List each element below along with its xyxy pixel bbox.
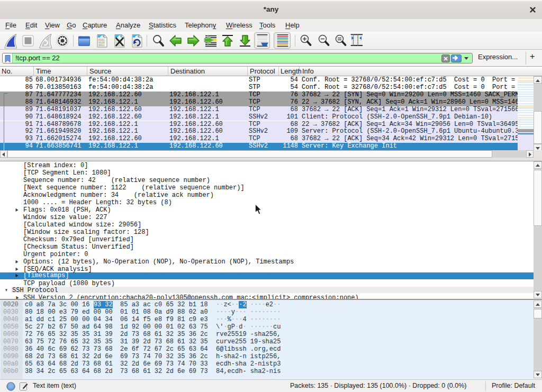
svg-text:0011: 0011 [98, 44, 105, 47]
